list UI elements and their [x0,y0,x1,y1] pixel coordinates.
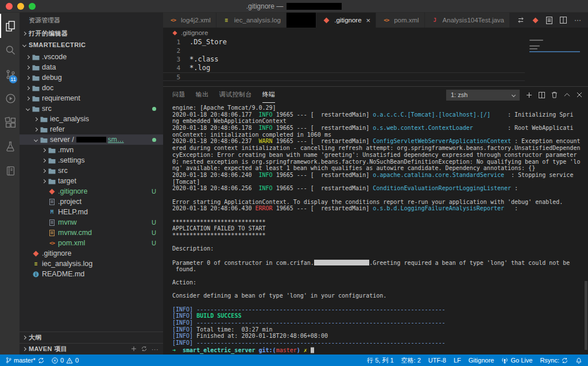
run-debug-icon [5,93,17,105]
terminal-shell-select[interactable]: 1: zsh [446,90,520,101]
editor-line[interactable]: 2 [163,47,525,55]
open-changes-icon[interactable] [517,17,525,24]
tree-item-doc[interactable]: doc [20,83,163,93]
tree-item-mvnw.cmd[interactable]: mvnw.cmdU [20,228,163,238]
title-bar: .gitignore — [0,0,588,13]
tree-item-.vscode[interactable]: .vscode [20,52,163,62]
terminal-line: 0; nested exception is org.springframewo… [172,159,585,165]
language-mode[interactable]: Gitignore [469,357,494,364]
kill-terminal-icon[interactable] [551,91,558,98]
xml-file-icon: <> [47,240,57,246]
tree-item-help.md[interactable]: MHELP.md [20,207,163,217]
editor-line[interactable]: 4*.log [163,64,525,72]
chevron-right-icon [40,149,47,152]
activity-extensions[interactable] [0,110,20,134]
maven-section[interactable]: MAVEN 项目 ··· [20,343,163,355]
tree-item-src[interactable]: src [20,165,163,176]
maximize-panel-icon[interactable] [564,93,570,97]
go-live-button[interactable]: Go Live [501,357,532,364]
encoding-status[interactable]: UTF-8 [428,357,446,364]
more-actions-icon[interactable]: ··· [152,346,158,353]
panel-tab-调试控制台[interactable]: 调试控制台 [219,87,252,103]
md-file-icon: M [47,209,57,215]
minimap[interactable] [529,40,580,80]
panel-tab-终端[interactable]: 终端 [262,87,276,103]
eol-status[interactable]: LF [454,357,461,364]
tree-item-data[interactable]: data [20,62,163,72]
outline-section[interactable]: 大纲 [20,332,163,343]
tree-item-server-[interactable]: server /sm… [20,134,163,145]
zoom-window-button[interactable] [29,3,36,10]
refresh-icon[interactable] [141,346,147,353]
window-controls [0,3,36,10]
tree-item-iec-analysis.log[interactable]: ≡iec_analysis.log [20,259,163,269]
tree-item-.project[interactable]: .project [20,197,163,207]
terminal-line: Error starting ApplicationContext. To di… [172,199,585,206]
terminal-line: ng' available: expected at least 1 bean … [172,165,585,172]
breadcrumb[interactable]: .gitignore [163,28,588,38]
tree-item-requirement[interactable]: requirement [20,93,163,103]
tree-item-.gitignore[interactable]: .gitignore [20,248,163,259]
tree-item-pom.xml[interactable]: <>pom.xmlU [20,238,163,248]
tree-item-refer[interactable]: refer [20,124,163,134]
notifications-bell[interactable] [575,357,582,364]
tab-analysis104test.java[interactable]: JAnalysis104Test.java [425,13,510,28]
project-section[interactable]: SMARTELECTRIC [20,39,163,51]
open-editors-section[interactable]: 打开的编辑器 [20,28,163,39]
open-preview-icon[interactable] [546,17,552,24]
tree-item-src[interactable]: src [20,103,163,114]
tree-item-.settings[interactable]: .settings [20,155,163,165]
tree-item-.gitignore[interactable]: .gitignoreU [20,186,163,197]
panel-tab-输出[interactable]: 输出 [196,87,209,103]
panel-tab-问题[interactable]: 问题 [172,87,185,103]
add-icon[interactable] [131,346,137,353]
split-terminal-icon[interactable] [539,92,545,98]
activity-run-debug[interactable] [0,86,20,110]
folder-icon [39,126,49,133]
tab-pom.xml[interactable]: <>pom.xml [376,13,424,28]
activity-explorer[interactable] [0,14,20,38]
close-tab-icon[interactable]: × [366,16,371,25]
info-file-icon [31,271,41,278]
compact-folder-label: sm… [108,136,124,144]
activity-testing[interactable] [0,134,20,159]
tab-iec-analysis.log[interactable]: ≡iec_analysis.log [216,13,287,28]
tab-label: Analysis104Test.java [443,17,504,24]
tree-item-debug[interactable]: debug [20,72,163,83]
tree-item-mvnw[interactable]: mvnwU [20,217,163,228]
close-window-button[interactable] [6,3,13,10]
terminal-line [172,252,585,259]
new-terminal-icon[interactable] [526,92,532,98]
minimize-window-button[interactable] [17,3,24,10]
tab-.gitignore[interactable]: .gitignore× [316,13,376,28]
branch-indicator[interactable]: master* [6,357,44,364]
activity-source-control[interactable]: 11 [0,62,20,86]
close-panel-icon[interactable] [577,92,582,98]
split-editor-icon[interactable] [560,17,567,24]
terminal-line [172,239,585,246]
terminal-output[interactable]: engine: [Apache Tomcat/9.0.29]2020-01-18… [163,103,588,355]
gitlens-icon[interactable] [532,17,539,24]
indentation-status[interactable]: 空格: 2 [401,356,421,365]
tab-redacted[interactable] [287,13,316,28]
problems-indicator[interactable]: 0 0 [52,357,79,364]
git-file-icon [172,30,177,36]
cursor-position[interactable]: 行 5, 列 1 [367,356,393,365]
more-actions-icon[interactable]: ··· [574,16,581,24]
tree-item-label: iec_analysis [50,115,89,123]
editor-line[interactable]: 1.DS_Store [163,38,525,47]
tree-item-readme.md[interactable]: README.md [20,269,163,279]
terminal-scrollbar[interactable] [585,281,587,350]
editor-line[interactable]: 3*.class [163,55,525,64]
activity-notebook[interactable] [0,159,20,183]
rsync-status[interactable]: Rsync: [540,357,568,364]
tree-item-label: .gitignore [58,187,87,195]
tree-item-iec-analysis[interactable]: iec_analysis [20,114,163,124]
tab-log4j2.xml[interactable]: <>log4j2.xml [163,13,216,28]
activity-search[interactable] [0,38,20,62]
tree-item-target[interactable]: target [20,176,163,186]
editor-line[interactable]: 5 [163,72,525,81]
file-tree: .vscodedatadebugdocrequirementsrciec_ana… [20,51,163,332]
editor-content[interactable]: 1.DS_Store23*.class4*.log5 [163,38,588,86]
tree-item-.mvn[interactable]: .mvn [20,145,163,155]
